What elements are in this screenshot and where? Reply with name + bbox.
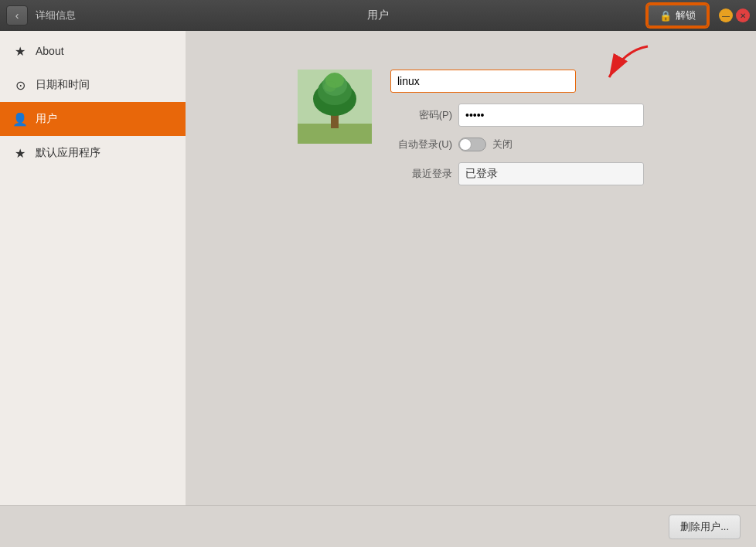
main-layout: ★ About ⊙ 日期和时间 👤 用户 ★ 默认应用程序: [0, 31, 756, 505]
delete-user-button[interactable]: 删除用户...: [669, 515, 741, 539]
last-login-value: [458, 162, 644, 185]
avatar-image: [298, 70, 372, 144]
lock-icon: 🔒: [659, 10, 672, 22]
password-input[interactable]: [458, 104, 644, 127]
toggle-knob: [459, 138, 472, 151]
last-login-label: 最近登录: [390, 167, 452, 181]
back-icon: ‹: [15, 9, 19, 22]
username-input[interactable]: [390, 70, 576, 93]
bottom-bar: 删除用户...: [0, 505, 756, 547]
star-icon: ★: [12, 146, 28, 161]
sidebar-item-default-apps[interactable]: ★ 默认应用程序: [0, 136, 186, 170]
form-fields: 密码(P) 自动登录(U) 关闭 最近登录: [390, 70, 644, 185]
username-row: [390, 70, 644, 93]
titlebar-detail-label: 详细信息: [36, 8, 76, 22]
user-form: 密码(P) 自动登录(U) 关闭 最近登录: [232, 70, 710, 185]
svg-point-8: [324, 81, 336, 92]
last-login-row: 最近登录: [390, 162, 644, 185]
users-icon: 👤: [12, 112, 28, 127]
about-icon: ★: [12, 44, 28, 59]
password-label: 密码(P): [390, 108, 452, 122]
autologin-toggle[interactable]: [458, 138, 486, 151]
sidebar-item-users[interactable]: 👤 用户: [0, 102, 186, 136]
svg-rect-3: [331, 114, 339, 128]
window-controls: — ✕: [719, 8, 750, 22]
avatar-container[interactable]: [298, 70, 372, 144]
autologin-toggle-label: 关闭: [492, 138, 513, 151]
close-button[interactable]: ✕: [736, 8, 750, 22]
minimize-button[interactable]: —: [719, 8, 733, 22]
titlebar: ‹ 详细信息 用户 🔒 解锁 — ✕: [0, 0, 756, 31]
content-area: 密码(P) 自动登录(U) 关闭 最近登录: [186, 31, 756, 505]
clock-icon: ⊙: [12, 78, 28, 93]
titlebar-right: 🔒 解锁 — ✕: [647, 4, 750, 27]
unlock-button[interactable]: 🔒 解锁: [647, 4, 708, 27]
autologin-row: 自动登录(U) 关闭: [390, 138, 644, 151]
password-row: 密码(P): [390, 104, 644, 127]
back-button[interactable]: ‹: [6, 5, 28, 25]
sidebar-item-about[interactable]: ★ About: [0, 34, 186, 68]
sidebar-item-datetime[interactable]: ⊙ 日期和时间: [0, 68, 186, 102]
sidebar: ★ About ⊙ 日期和时间 👤 用户 ★ 默认应用程序: [0, 31, 186, 505]
autologin-label: 自动登录(U): [390, 138, 452, 151]
titlebar-center-label: 用户: [367, 8, 389, 22]
